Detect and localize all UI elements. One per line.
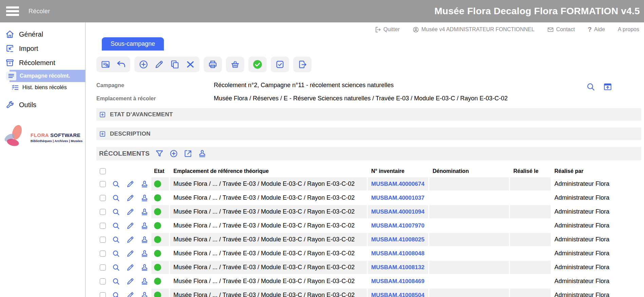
status-dot <box>154 208 161 215</box>
inventory-number-link[interactable]: MUSBAM.40001094 <box>371 209 424 215</box>
inventory-number-link[interactable]: MUSBAM.41008048 <box>371 250 424 257</box>
sidebar-item-label: Campagne récolmt. <box>20 73 70 79</box>
delete-button[interactable] <box>186 60 195 69</box>
cell-realise-par: Administrateur Flora <box>552 275 630 288</box>
status-dot <box>154 264 161 271</box>
edit-icon[interactable] <box>126 291 134 297</box>
row-checkbox[interactable] <box>100 278 106 284</box>
apropos-link[interactable]: A propos <box>618 26 639 33</box>
section-etat-avancement[interactable]: ETAT D'AVANCEMENT <box>96 108 641 121</box>
row-checkbox[interactable] <box>100 223 106 229</box>
col-emplacement: Emplacement de référence théorique <box>170 165 367 177</box>
hamburger-menu-icon[interactable] <box>6 6 19 16</box>
stamp-icon[interactable] <box>140 208 149 216</box>
inventory-number-link[interactable]: MUSBAM.41008504 <box>371 292 424 297</box>
stamp-icon[interactable] <box>140 236 149 244</box>
question-mark-icon: ? <box>588 26 592 33</box>
tab-sous-campagne[interactable]: Sous-campagne <box>102 37 164 51</box>
view-icon[interactable] <box>112 180 120 188</box>
field-tools <box>586 82 613 92</box>
row-checkbox[interactable] <box>100 264 106 271</box>
search-campagne-button[interactable] <box>586 82 596 92</box>
edit-icon[interactable] <box>126 236 134 244</box>
sidebar-item-hist-biens-recoles[interactable]: Hist. biens récolés <box>0 82 85 93</box>
cell-realise-par: Administrateur Flora <box>552 247 630 260</box>
aide-link[interactable]: ? Aide <box>588 26 605 33</box>
copy-button[interactable] <box>170 60 179 69</box>
toolbar-group-validate <box>248 57 267 72</box>
add-recolement-button[interactable] <box>169 149 178 158</box>
cell-realise-le <box>510 191 551 204</box>
edit-icon[interactable] <box>126 250 134 258</box>
inventory-number-link[interactable]: MUSBAM.40001037 <box>371 195 424 201</box>
table-row: Musée Flora / ... / Travée E-03 / Module… <box>96 219 644 232</box>
row-checkbox[interactable] <box>100 209 106 215</box>
row-checkbox[interactable] <box>100 292 106 297</box>
edit-icon[interactable] <box>126 263 134 272</box>
select-all-checkbox[interactable] <box>100 168 106 174</box>
list-details-button[interactable] <box>101 60 110 69</box>
cell-emplacement: Musée Flora / ... / Travée E-03 / Module… <box>170 205 367 218</box>
cell-emplacement: Musée Flora / ... / Travée E-03 / Module… <box>170 289 367 297</box>
menu-lines-icon <box>6 72 16 80</box>
quitter-link[interactable]: Quitter <box>375 26 400 33</box>
inventory-number-link[interactable]: MUSBAM.41008469 <box>371 278 424 285</box>
checkbox-validate-button[interactable] <box>275 60 285 69</box>
row-checkbox[interactable] <box>100 237 106 243</box>
open-window-button[interactable] <box>603 82 613 92</box>
stamp-button[interactable] <box>198 149 207 158</box>
sidebar-item-recolement[interactable]: Récolement <box>0 56 85 70</box>
validate-button[interactable] <box>253 60 262 69</box>
stamp-icon[interactable] <box>140 277 149 285</box>
sidebar: Général Import Récolement Campagne récol… <box>0 22 86 297</box>
cell-emplacement: Musée Flora / ... / Travée E-03 / Module… <box>170 275 367 288</box>
view-icon[interactable] <box>112 222 120 230</box>
stamp-icon[interactable] <box>140 291 149 297</box>
edit-icon[interactable] <box>126 180 134 188</box>
print-button[interactable] <box>208 60 217 69</box>
table-row: Musée Flora / ... / Travée E-03 / Module… <box>96 205 644 218</box>
view-icon[interactable] <box>112 208 120 216</box>
sidebar-item-campagne-recolement[interactable]: Campagne récolmt. <box>10 70 85 82</box>
view-icon[interactable] <box>112 277 120 285</box>
basket-button[interactable] <box>230 60 240 69</box>
edit-icon[interactable] <box>126 194 134 202</box>
sidebar-item-label: Import <box>19 45 38 53</box>
stamp-icon[interactable] <box>140 222 149 230</box>
section-description[interactable]: DESCRIPTION <box>96 127 641 140</box>
stamp-icon[interactable] <box>140 263 149 272</box>
fields-panel: Campagne Récolement n°2, Campagne n°11 -… <box>96 82 644 102</box>
open-external-button[interactable] <box>184 149 192 158</box>
undo-button[interactable] <box>116 60 126 69</box>
edit-icon[interactable] <box>126 277 134 285</box>
stamp-icon[interactable] <box>140 250 149 258</box>
export-button[interactable] <box>298 60 307 69</box>
field-label: Campagne <box>96 82 214 88</box>
archive-box-icon <box>5 58 14 67</box>
stamp-icon[interactable] <box>140 194 149 202</box>
view-icon[interactable] <box>112 250 120 258</box>
inventory-number-link[interactable]: MUSBAM.40000674 <box>371 181 424 187</box>
inventory-number-link[interactable]: MUSBAM.41008132 <box>371 264 424 271</box>
sidebar-item-general[interactable]: Général <box>0 27 85 41</box>
view-icon[interactable] <box>112 236 120 244</box>
add-button[interactable] <box>139 60 148 69</box>
stamp-icon[interactable] <box>140 180 149 188</box>
edit-button[interactable] <box>154 60 164 69</box>
col-realise-le: Réalisé le <box>510 165 551 177</box>
row-checkbox[interactable] <box>100 181 106 187</box>
row-checkbox[interactable] <box>100 195 106 201</box>
contact-link[interactable]: Contact <box>547 26 575 33</box>
view-icon[interactable] <box>112 291 120 297</box>
view-icon[interactable] <box>112 263 120 272</box>
inventory-number-link[interactable]: MUSBAM.41008025 <box>371 236 424 243</box>
edit-icon[interactable] <box>126 222 134 230</box>
sidebar-item-outils[interactable]: Outils <box>0 98 85 112</box>
inventory-number-link[interactable]: MUSBAM.41007970 <box>371 222 424 229</box>
row-checkbox[interactable] <box>100 251 106 257</box>
sidebar-item-import[interactable]: Import <box>0 41 85 56</box>
view-icon[interactable] <box>112 194 120 202</box>
edit-icon[interactable] <box>126 208 134 216</box>
filter-button[interactable] <box>155 149 164 158</box>
user-account-link[interactable]: Musée v4 ADMINISTRATEUR FONCTIONNEL <box>413 26 534 33</box>
